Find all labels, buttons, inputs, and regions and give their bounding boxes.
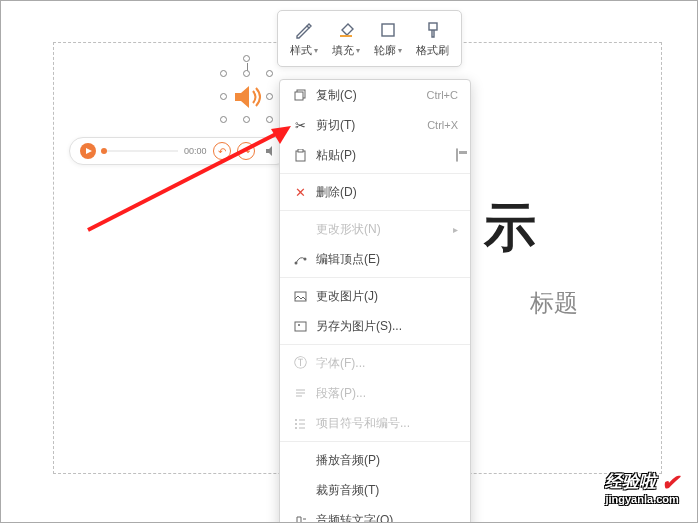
- menu-label: 裁剪音频(T): [316, 482, 458, 499]
- menu-label: 另存为图片(S)...: [316, 318, 458, 335]
- menu-paragraph: 段落(P)...: [280, 378, 470, 408]
- resize-handle[interactable]: [220, 116, 227, 123]
- menu-label: 剪切(T): [316, 117, 427, 134]
- watermark: 经验啦 ✔ jingyanla.com: [605, 471, 679, 506]
- fill-label: 填充: [332, 43, 354, 58]
- watermark-main: 经验啦: [605, 472, 656, 491]
- style-label: 样式: [290, 43, 312, 58]
- delete-icon: ✕: [290, 185, 310, 200]
- progress-track[interactable]: [104, 150, 178, 152]
- svg-point-11: [298, 324, 300, 326]
- chevron-down-icon: ▾: [398, 46, 402, 55]
- separator: [280, 277, 470, 278]
- menu-paste[interactable]: 粘贴(P): [280, 140, 470, 170]
- clipboard-icon: [290, 149, 310, 162]
- menu-label: 播放音频(P): [316, 452, 458, 469]
- outline-label: 轮廓: [374, 43, 396, 58]
- watermark-sub: jingyanla.com: [605, 494, 679, 506]
- svg-rect-6: [298, 149, 303, 152]
- menu-label: 编辑顶点(E): [316, 251, 458, 268]
- menu-label: 删除(D): [316, 184, 458, 201]
- fill-button[interactable]: 填充▾: [326, 15, 366, 62]
- time-display: 00:00: [184, 146, 207, 156]
- rewind-button[interactable]: ↶: [213, 142, 231, 160]
- menu-label: 复制(C): [316, 87, 427, 104]
- checkmark-icon: ✔: [661, 470, 679, 495]
- resize-handle[interactable]: [266, 70, 273, 77]
- save-picture-icon: [290, 320, 310, 333]
- brush-icon: [421, 19, 445, 41]
- menu-play-audio[interactable]: 播放音频(P): [280, 445, 470, 475]
- outline-button[interactable]: 轮廓▾: [368, 15, 408, 62]
- play-button[interactable]: [78, 141, 98, 161]
- format-painter-button[interactable]: 格式刷: [410, 15, 455, 62]
- resize-handle[interactable]: [266, 93, 273, 100]
- bucket-icon: [334, 19, 358, 41]
- svg-rect-9: [295, 292, 306, 301]
- menu-label: 粘贴(P): [316, 147, 456, 164]
- audio-text-icon: [290, 514, 310, 524]
- svg-point-12: [295, 419, 297, 421]
- style-button[interactable]: 样式▾: [284, 15, 324, 62]
- speaker-icon: [231, 81, 263, 113]
- svg-point-7: [294, 261, 297, 264]
- separator: [280, 441, 470, 442]
- menu-delete[interactable]: ✕ 删除(D): [280, 177, 470, 207]
- shortcut: Ctrl+C: [427, 89, 458, 101]
- floating-toolbar: 样式▾ 填充▾ 轮廓▾ 格式刷: [277, 10, 462, 67]
- picture-icon: [290, 290, 310, 303]
- menu-audio-to-text[interactable]: 音频转文字(Q): [280, 505, 470, 523]
- menu-label: 字体(F)...: [316, 355, 458, 372]
- bullets-icon: [290, 417, 310, 430]
- shortcut: Ctrl+X: [427, 119, 458, 131]
- slide-title-fragment: 示: [484, 193, 536, 263]
- svg-point-8: [303, 257, 306, 260]
- paste-options-icon: [456, 149, 458, 161]
- separator: [280, 344, 470, 345]
- menu-save-as-picture[interactable]: 另存为图片(S)...: [280, 311, 470, 341]
- chevron-down-icon: ▾: [356, 46, 360, 55]
- menu-label: 更改图片(J): [316, 288, 458, 305]
- svg-rect-0: [382, 24, 394, 36]
- menu-trim-audio[interactable]: 裁剪音频(T): [280, 475, 470, 505]
- paragraph-icon: [290, 387, 310, 400]
- context-menu: 复制(C) Ctrl+C ✂ 剪切(T) Ctrl+X 粘贴(P) ✕ 删除(D…: [279, 79, 471, 523]
- menu-cut[interactable]: ✂ 剪切(T) Ctrl+X: [280, 110, 470, 140]
- pencil-icon: [292, 19, 316, 41]
- resize-handle[interactable]: [266, 116, 273, 123]
- resize-handle[interactable]: [243, 70, 250, 77]
- font-icon: Ⓣ: [290, 354, 310, 372]
- menu-font: Ⓣ 字体(F)...: [280, 348, 470, 378]
- menu-label: 更改形状(N): [316, 221, 453, 238]
- slide-subtitle-fragment: 标题: [530, 287, 578, 319]
- copy-icon: [290, 89, 310, 102]
- menu-label: 项目符号和编号...: [316, 415, 458, 432]
- resize-handle[interactable]: [220, 93, 227, 100]
- scissors-icon: ✂: [290, 118, 310, 133]
- menu-change-shape: 更改形状(N) ▸: [280, 214, 470, 244]
- outline-icon: [376, 19, 400, 41]
- resize-handle[interactable]: [243, 116, 250, 123]
- forward-button[interactable]: ↷: [237, 142, 255, 160]
- audio-playback-bar: 00:00 ↶ ↷: [69, 137, 290, 165]
- chevron-down-icon: ▾: [314, 46, 318, 55]
- menu-label: 音频转文字(Q): [316, 512, 458, 524]
- menu-edit-points[interactable]: 编辑顶点(E): [280, 244, 470, 274]
- points-icon: [290, 253, 310, 266]
- selected-audio-object[interactable]: [223, 73, 271, 121]
- menu-label: 段落(P)...: [316, 385, 458, 402]
- svg-point-13: [295, 423, 297, 425]
- submenu-arrow-icon: ▸: [453, 224, 458, 235]
- svg-rect-1: [429, 23, 437, 30]
- resize-handle[interactable]: [220, 70, 227, 77]
- separator: [280, 173, 470, 174]
- volume-button[interactable]: [261, 141, 281, 161]
- menu-bullets: 项目符号和编号...: [280, 408, 470, 438]
- svg-point-14: [295, 427, 297, 429]
- svg-rect-4: [295, 92, 303, 100]
- format-painter-label: 格式刷: [416, 43, 449, 58]
- rotation-handle[interactable]: [243, 55, 250, 62]
- menu-change-picture[interactable]: 更改图片(J): [280, 281, 470, 311]
- svg-rect-10: [295, 322, 306, 331]
- menu-copy[interactable]: 复制(C) Ctrl+C: [280, 80, 470, 110]
